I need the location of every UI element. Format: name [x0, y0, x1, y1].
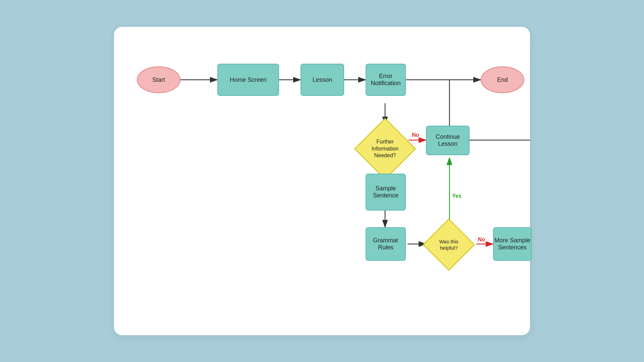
more-sample-node: More Sample Sentences: [493, 227, 532, 261]
lesson-node: Lesson: [301, 64, 344, 96]
start-node: Start: [137, 66, 180, 93]
yes2-label: Yes: [452, 193, 462, 199]
further-info-node: Further Information Needed?: [360, 124, 410, 174]
grammar-rules-node: Grammar Rules: [366, 227, 406, 261]
no2-label: No: [478, 237, 485, 242]
error-notification-node: Error Notification: [366, 64, 406, 96]
home-screen-node: Home Screen: [217, 64, 279, 96]
no1-label: No: [412, 132, 419, 138]
was-helpful-node: Was this helpful?: [424, 228, 474, 261]
continue-lesson-node: Continue Lesson: [426, 126, 470, 155]
end-node: End: [481, 66, 524, 93]
sample-sentence-node: Sample Sentence: [366, 174, 406, 210]
flowchart-container: No Yes No Yes Start Home Screen Lesson: [114, 27, 530, 335]
